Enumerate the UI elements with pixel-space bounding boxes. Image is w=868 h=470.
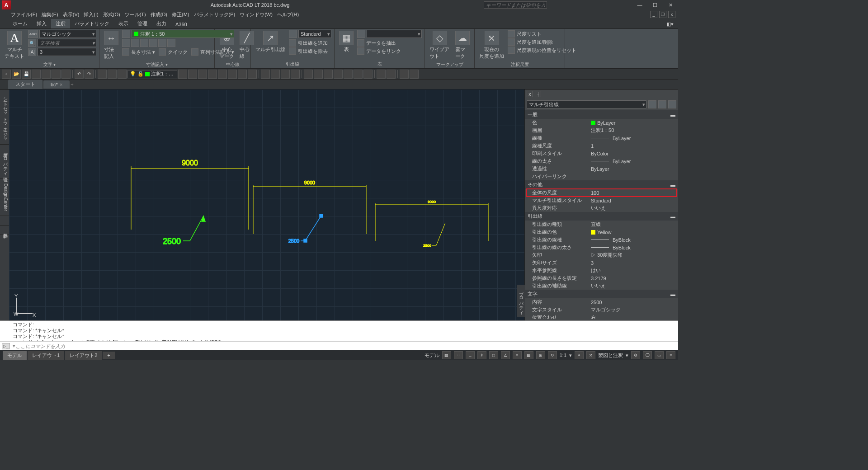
menu-file[interactable]: ファイル(F) (11, 11, 37, 18)
status-qp-icon[interactable]: ⊞ (536, 351, 545, 359)
prop-row[interactable]: 引出線の線の太さByBlock (525, 244, 678, 251)
props-pin-icon[interactable]: ⟊ (535, 91, 541, 97)
tool-d6[interactable] (354, 70, 363, 79)
table-button[interactable]: ▦表 (337, 30, 355, 54)
tab-close-icon[interactable]: × (60, 82, 62, 87)
leader-style-dropdown[interactable]: Standard (298, 30, 331, 38)
qat-btn7[interactable] (61, 70, 71, 79)
ribbon-tab-home[interactable]: ホーム (8, 19, 32, 28)
ribbon-tab-a360[interactable]: A360 (171, 20, 192, 28)
inner-minimize-icon[interactable]: _ (650, 11, 657, 18)
panel-label-leader[interactable]: 引出線 (254, 60, 331, 67)
menu-parametric[interactable]: パラメトリック(P) (194, 11, 236, 18)
dim-p2-icon[interactable] (131, 39, 139, 47)
layout-tab-2[interactable]: レイアウト2 (65, 351, 102, 360)
prop-row[interactable]: 印刷スタイルByColor (525, 150, 678, 157)
toggle-pickadd-icon[interactable] (668, 100, 676, 108)
status-grid-icon[interactable]: ▦ (442, 351, 451, 359)
palette-sheetset[interactable]: シートセットマネージャ (0, 89, 9, 145)
table-style-dropdown[interactable] (367, 30, 422, 38)
dim-scale-dropdown[interactable]: 注釈 1：50 (132, 30, 234, 38)
status-monitor-icon[interactable]: 🖵 (643, 351, 652, 359)
prop-row[interactable]: 矢印▷ 30度開矢印 (525, 251, 678, 259)
prop-row[interactable]: マルチ引出線スタイルStandard (525, 197, 678, 204)
dim-style-icon[interactable] (122, 30, 130, 38)
leader-style-icon[interactable] (289, 30, 297, 38)
tool-e2[interactable] (387, 70, 396, 79)
scale-reset-button[interactable]: 尺度表現の位置をリセット (508, 46, 576, 54)
dim-p4-icon[interactable] (149, 39, 157, 47)
prop-row[interactable]: 線の太さByLayer (525, 157, 678, 165)
menu-tools[interactable]: ツール(T) (125, 11, 146, 18)
prop-row[interactable]: 引出線の種類直線 (525, 221, 678, 228)
tool-b4[interactable] (208, 70, 217, 79)
tool-d4[interactable] (334, 70, 343, 79)
ribbon-tab-output[interactable]: 出力 (152, 19, 171, 28)
minimize-button[interactable]: — (632, 0, 647, 10)
wipeout-button[interactable]: ◇ワイプアウト (428, 30, 452, 61)
tab-document[interactable]: bc*× (43, 80, 70, 89)
layer-tool3[interactable] (118, 70, 127, 79)
status-workspace[interactable]: 製図と注釈 (598, 352, 623, 359)
layer-tool2[interactable] (108, 70, 117, 79)
prop-row[interactable]: 引出線の線種ByBlock (525, 236, 678, 244)
prop-row[interactable]: 引出線の色Yellow (525, 228, 678, 236)
tool-b6[interactable] (228, 70, 237, 79)
dim-p5-icon[interactable] (158, 39, 166, 47)
tool-b7[interactable] (238, 70, 247, 79)
tool-c4[interactable] (291, 70, 300, 79)
tool-d5[interactable] (344, 70, 353, 79)
qat-btn5[interactable] (42, 70, 51, 79)
prop-row[interactable]: 異尺度対応いいえ (525, 204, 678, 212)
menu-edit[interactable]: 編集(E) (42, 11, 58, 18)
scale-add-del-button[interactable]: 尺度を追加/削除 (508, 38, 576, 46)
inner-close-icon[interactable]: x (668, 11, 675, 18)
prop-row[interactable]: 色ByLayer (525, 119, 678, 127)
prop-row[interactable]: 線種尺度1 (525, 142, 678, 150)
font-dropdown[interactable]: マルゴシック (39, 30, 96, 38)
prop-row[interactable]: 位置合わせ右 (525, 314, 678, 319)
tool-b5[interactable] (218, 70, 227, 79)
status-ortho-icon[interactable]: ∟ (466, 351, 475, 359)
ribbon-tab-parametric[interactable]: パラメトリック (70, 19, 114, 28)
selection-type-dropdown[interactable]: マルチ引出線 (527, 100, 646, 108)
text-height-dropdown[interactable]: 3 (38, 48, 96, 56)
tool-b1[interactable] (178, 70, 187, 79)
tool-d3[interactable] (324, 70, 333, 79)
tool-c2[interactable] (271, 70, 280, 79)
ribbon-tab-insert[interactable]: 挿入 (32, 19, 51, 28)
palette-spare[interactable] (0, 216, 9, 226)
status-lwt-icon[interactable]: ≡ (513, 351, 522, 359)
tool-f2[interactable] (410, 70, 419, 79)
panel-label-text[interactable]: 文字 ▾ (3, 61, 96, 68)
quick-select-icon[interactable] (648, 100, 656, 108)
panel-label-dims[interactable]: 寸法記入 ▾ (102, 61, 212, 68)
layout-tab-1[interactable]: レイアウト1 (28, 351, 64, 360)
find-text-input[interactable]: 文字検索 (38, 39, 96, 47)
dim-linear-button[interactable]: 長さ寸法 ▾ (122, 48, 155, 56)
tool-f1[interactable] (400, 70, 409, 79)
layout-tab-model[interactable]: モデル (3, 351, 27, 360)
app-logo[interactable]: A (2, 0, 11, 9)
table-style-icon[interactable] (357, 30, 365, 38)
status-snap-icon[interactable]: ∷ (454, 351, 463, 359)
command-prompt-icon[interactable]: ▷_ (2, 343, 10, 349)
tool-b3[interactable] (198, 70, 207, 79)
status-trans-icon[interactable]: ▩ (524, 351, 533, 359)
tool-c1[interactable] (261, 70, 270, 79)
tool-b8[interactable] (248, 70, 257, 79)
prop-row[interactable]: 線種ByLayer (525, 134, 678, 142)
qat-undo-icon[interactable]: ↶ (75, 70, 84, 79)
palette-designcenter[interactable]: DesignCenter (0, 179, 9, 216)
prop-group-header[interactable]: 文字▬ (525, 290, 678, 298)
status-otrack-icon[interactable]: ∠ (501, 351, 510, 359)
qat-save-icon[interactable]: 💾 (22, 70, 31, 79)
maximize-button[interactable]: ☐ (647, 0, 663, 10)
inner-restore-icon[interactable]: ❐ (659, 11, 666, 18)
leader-add-button[interactable]: 引出線を追加 (289, 39, 331, 47)
dim-p6-icon[interactable] (167, 39, 175, 47)
properties-vertical-title[interactable]: プロパティ (517, 285, 525, 317)
menu-insert[interactable]: 挿入(I) (84, 11, 98, 18)
status-anno2-icon[interactable]: ⤧ (586, 351, 595, 359)
height-icon[interactable]: |A| (28, 48, 36, 56)
